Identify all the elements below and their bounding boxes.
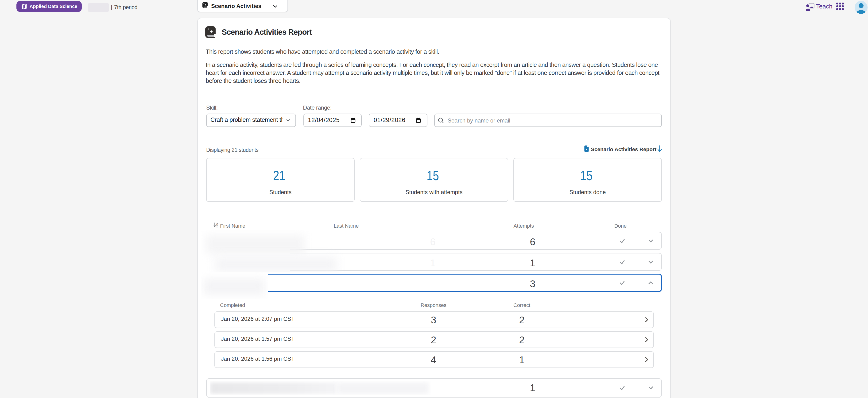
svg-text:x: x xyxy=(586,147,587,151)
svg-text:Z: Z xyxy=(216,225,218,228)
svg-text:A: A xyxy=(216,222,218,225)
